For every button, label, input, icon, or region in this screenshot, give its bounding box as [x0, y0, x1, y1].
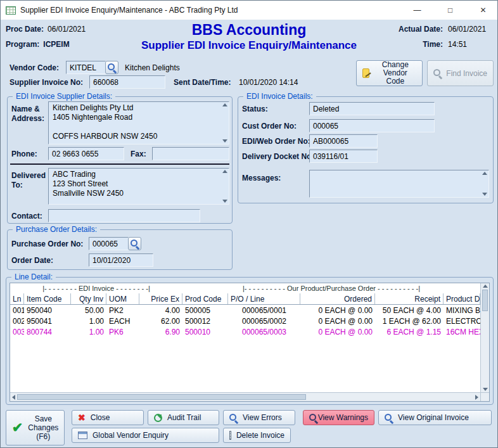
view-errors-button[interactable]: View Errors — [223, 410, 295, 425]
find-invoice-button[interactable]: Find Invoice — [427, 60, 494, 86]
scroll-down-icon[interactable] — [483, 388, 488, 391]
vendor-name: Kitchen Delights — [125, 63, 180, 72]
edi-details-groupbox: EDI Invoice Details: Status: Cust Order … — [238, 96, 494, 203]
actual-date-value: 06/01/2021 — [448, 25, 492, 34]
cell-price-ex: 6.90 — [139, 327, 182, 337]
scroll-up-icon[interactable] — [222, 103, 227, 106]
table-row[interactable]: 003 800744 1.00 PK6 6.90 500010 000065/0… — [10, 326, 480, 337]
purchase-order-groupbox: Purchase Order Details: Purchase Order N… — [7, 229, 233, 270]
edi-details-title: EDI Invoice Details: — [243, 92, 316, 101]
close-label: Close — [91, 413, 110, 422]
view-original-invoice-button[interactable]: View Original Invoice — [378, 410, 492, 425]
vendor-code-input[interactable] — [66, 61, 106, 74]
fax-input[interactable] — [152, 147, 229, 160]
vendor-code-group — [66, 61, 118, 74]
delete-invoice-button[interactable]: Delete Invoice — [223, 428, 291, 443]
cell-item-code: 950040 — [24, 305, 71, 316]
messages-text — [310, 170, 480, 197]
edi-web-order-input[interactable] — [309, 134, 378, 148]
cell-receipt: 1 EACH @ 62.00 — [375, 316, 444, 326]
window-title: Supplier EDI Invoice Enquiry/Maintenance… — [20, 6, 399, 15]
cell-prod-code: 500012 — [182, 316, 228, 326]
vertical-scrollbar[interactable] — [480, 283, 489, 392]
scrollbar-corner — [480, 392, 489, 401]
scroll-up-icon[interactable] — [222, 170, 227, 173]
column-header[interactable]: P/O / Line — [228, 293, 300, 304]
supplier-invoice-label: Supplier Invoice No: — [10, 78, 83, 87]
delivered-to-text: ABC Trading 123 Short Street Smallville … — [49, 169, 220, 204]
view-warnings-button[interactable]: View Warnings — [303, 410, 374, 425]
purchase-order-no-input[interactable] — [89, 237, 129, 250]
scroll-right-icon[interactable] — [475, 395, 478, 400]
delete-invoice-label: Delete Invoice — [236, 431, 284, 440]
cust-order-input[interactable] — [309, 119, 435, 132]
scroll-down-icon[interactable] — [222, 200, 227, 203]
status-input[interactable] — [309, 102, 435, 115]
scroll-up-icon[interactable] — [483, 285, 488, 288]
minimize-button[interactable]: — — [403, 1, 431, 20]
name-address-box[interactable]: Kitchen Delights Pty Ltd 1405 Nightengal… — [48, 101, 229, 144]
purchase-order-no-label: Purchase Order No: — [11, 240, 83, 248]
contact-input[interactable] — [48, 209, 200, 222]
column-header[interactable]: Ln — [10, 293, 24, 304]
table-group-header: |- - - - - - - - EDI Invoice - - - - - -… — [10, 283, 480, 293]
phone-input[interactable] — [48, 147, 124, 160]
audit-trail-label: Audit Trail — [167, 413, 201, 422]
column-header[interactable]: Prod Code — [182, 293, 228, 304]
name-address-scrollbar[interactable] — [220, 102, 229, 144]
save-changes-button[interactable]: ✔ Save Changes (F6) — [6, 410, 65, 445]
view-errors-label: View Errors — [243, 413, 282, 422]
phone-label: Phone: — [11, 150, 37, 158]
purchase-order-title: Purchase Order Details: — [13, 225, 100, 234]
messages-box[interactable] — [309, 170, 489, 198]
messages-scrollbar[interactable] — [480, 170, 488, 197]
table-row[interactable]: 001 950040 50.00 PK2 4.00 500005 000065/… — [10, 305, 480, 316]
scroll-left-icon[interactable] — [12, 395, 15, 400]
supplier-details-title: EDI Invoice Supplier Details: — [13, 92, 115, 101]
find-invoice-label: Find Invoice — [446, 69, 487, 78]
scrollbar-thumb[interactable] — [17, 394, 306, 400]
order-date-label: Order Date: — [11, 256, 53, 265]
column-header[interactable]: Product De — [444, 293, 480, 304]
horizontal-scrollbar[interactable] — [10, 392, 480, 401]
search-icon — [385, 414, 393, 422]
maximize-button[interactable]: □ — [436, 1, 464, 20]
column-header[interactable]: Ordered — [300, 293, 375, 304]
scroll-down-icon[interactable] — [222, 139, 227, 143]
audit-trail-button[interactable]: Audit Trail — [148, 410, 219, 425]
scroll-down-icon[interactable] — [482, 193, 487, 196]
column-header[interactable]: Item Code — [24, 293, 71, 304]
column-header[interactable]: UOM — [106, 293, 139, 304]
scrollbar-thumb[interactable] — [482, 290, 488, 311]
close-window-button[interactable]: ✕ — [469, 1, 497, 20]
table-row[interactable]: 002 950041 1.00 EACH 62.00 500012 000065… — [10, 316, 480, 326]
supplier-invoice-input[interactable] — [89, 75, 165, 89]
close-button[interactable]: ✖ Close — [72, 410, 144, 425]
cell-po-line: 000065/0002 — [228, 316, 300, 326]
delivered-to-box[interactable]: ABC Trading 123 Short Street Smallville … — [48, 168, 229, 205]
column-header[interactable]: Qty Inv — [71, 293, 106, 304]
app-window: Supplier EDI Invoice Enquiry/Maintenance… — [0, 0, 498, 448]
delivery-docket-input[interactable] — [309, 150, 378, 163]
title-bar: Supplier EDI Invoice Enquiry/Maintenance… — [1, 1, 497, 20]
line-detail-table: |- - - - - - - - EDI Invoice - - - - - -… — [10, 283, 490, 402]
order-date-input[interactable] — [89, 253, 153, 267]
purchase-order-search-button[interactable] — [128, 237, 141, 250]
time: Time: 14:51 — [423, 40, 492, 49]
column-header[interactable]: Receipt — [375, 293, 444, 304]
vendor-code-label: Vendor Code: — [10, 63, 59, 72]
global-vendor-enquiry-button[interactable]: Global Vendor Enquiry — [72, 428, 219, 443]
delivered-to-scrollbar[interactable] — [220, 169, 229, 204]
column-header[interactable]: Price Ex — [139, 293, 182, 304]
cell-uom: EACH — [106, 316, 139, 326]
cell-receipt: 50 EACH @ 4.00 — [375, 305, 444, 316]
audit-trail-icon — [154, 414, 162, 422]
vendor-search-button[interactable] — [105, 61, 118, 74]
cell-uom: PK6 — [106, 327, 139, 337]
name-address-label: Name & Address: — [11, 105, 44, 124]
window-grid-icon — [78, 432, 87, 439]
scroll-up-icon[interactable] — [482, 172, 487, 175]
change-vendor-code-button[interactable]: Change Vendor Code — [356, 60, 423, 86]
app-icon — [6, 6, 16, 15]
cell-po-line: 000065/0001 — [228, 305, 300, 316]
